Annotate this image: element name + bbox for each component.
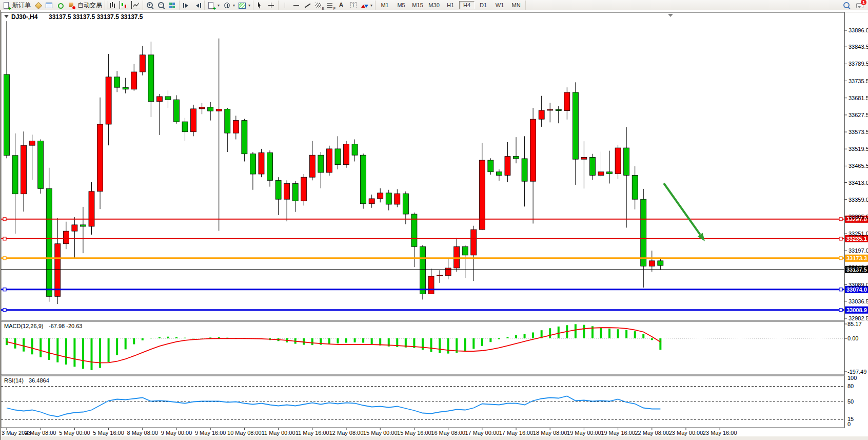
- toolbar-button-tile-windows[interactable]: [167, 1, 178, 10]
- toolbar-button-broadcast[interactable]: [55, 1, 66, 10]
- time-tick-label: 4 May 08:00: [25, 430, 56, 436]
- macd-bar: [600, 328, 602, 338]
- macd-bar: [328, 338, 330, 344]
- timeframe-m5[interactable]: M5: [393, 1, 409, 9]
- candle: [352, 144, 358, 155]
- macd-bar: [464, 338, 466, 351]
- rsi-axis-label: 80: [847, 383, 854, 389]
- line-handle[interactable]: [3, 257, 6, 260]
- macd-axis-label: 85.17: [847, 321, 862, 327]
- candle: [225, 109, 230, 133]
- terminal-icon: [45, 2, 53, 9]
- chart-line-icon: [131, 1, 140, 9]
- candle: [581, 157, 587, 159]
- timeframe-m1[interactable]: M1: [377, 1, 392, 9]
- toolbar-button-chart-candles[interactable]: [118, 1, 130, 10]
- timeframe-h4[interactable]: H4: [459, 1, 475, 9]
- macd-bar: [472, 338, 475, 349]
- toolbar-button-zoom-out[interactable]: [155, 1, 167, 10]
- toolbar-button-auto-trading[interactable]: 自动交易: [66, 1, 104, 10]
- candle: [4, 74, 10, 156]
- chart-bars-icon: [108, 1, 116, 9]
- line-handle[interactable]: [3, 309, 6, 312]
- macd-bar: [532, 332, 534, 338]
- toolbar-button-text[interactable]: [336, 1, 347, 10]
- candle: [131, 72, 137, 89]
- rsi-axis-label: 50: [847, 398, 854, 405]
- macd-bar: [489, 338, 491, 342]
- fibonacci-icon: [326, 2, 334, 9]
- line-handle[interactable]: [839, 257, 842, 260]
- line-handle[interactable]: [3, 218, 6, 221]
- candle: [165, 97, 171, 100]
- toolbar-button-chart-bars[interactable]: [106, 1, 118, 10]
- candle: [361, 155, 366, 204]
- toolbar-button-text-label[interactable]: [347, 1, 359, 10]
- time-tick-label: 19 May 16:00: [601, 430, 635, 436]
- toolbar-button-fibonacci[interactable]: [325, 1, 336, 10]
- timeframe-d1[interactable]: D1: [476, 1, 491, 9]
- timeframe-mn[interactable]: MN: [508, 1, 524, 9]
- rsi-axis-label: 100: [847, 375, 857, 381]
- line-handle[interactable]: [3, 237, 6, 240]
- candle: [250, 154, 255, 174]
- toolbar-button-label: 新订单: [12, 1, 31, 10]
- toolbar-button-terminal[interactable]: [44, 1, 55, 10]
- macd-bar: [201, 338, 203, 338]
- toolbar-button-indicators[interactable]: ▾: [236, 1, 252, 10]
- toolbar-button-crosshair[interactable]: [266, 1, 277, 10]
- toolbar-button-market-depth[interactable]: [32, 1, 44, 10]
- equidistant-channel-icon: [315, 2, 323, 9]
- toolbar-button-vertical-line[interactable]: [280, 1, 291, 10]
- line-handle[interactable]: [3, 288, 6, 291]
- time-tick-label: 23 May 16:00: [703, 430, 737, 436]
- toolbar-button-chart-shift[interactable]: [192, 1, 203, 10]
- toolbar-button-new-order[interactable]: 新订单: [1, 1, 32, 10]
- line-handle[interactable]: [839, 309, 842, 312]
- notifications-icon[interactable]: 1: [856, 2, 864, 9]
- search-icon[interactable]: [842, 2, 851, 9]
- window-bottom-strip: [1, 436, 868, 440]
- price-tick: 33305.0: [849, 214, 868, 220]
- timeframe-w1[interactable]: W1: [492, 1, 507, 9]
- line-handle[interactable]: [839, 237, 842, 240]
- candle: [488, 160, 494, 172]
- toolbar-button-trend-line[interactable]: [302, 1, 313, 10]
- timeframe-h1[interactable]: H1: [443, 1, 458, 9]
- toolbar-button-chart-line[interactable]: [130, 1, 142, 10]
- candle: [242, 121, 247, 154]
- toolbar-button-auto-scroll[interactable]: [181, 1, 192, 10]
- candle: [174, 100, 180, 122]
- candle: [29, 141, 35, 146]
- horizontal-line-icon: [292, 2, 301, 9]
- toolbar-button-cursor[interactable]: [254, 1, 266, 10]
- chart-background: [0, 10, 868, 440]
- macd-bar: [167, 337, 169, 338]
- timeframe-m30[interactable]: M30: [426, 1, 442, 9]
- candle: [318, 155, 324, 173]
- candle: [148, 55, 154, 102]
- candle: [394, 194, 400, 204]
- price-tick: 33519.5: [849, 146, 868, 152]
- candle: [386, 193, 391, 204]
- price-tick: 33789.5: [849, 61, 868, 67]
- candle: [598, 172, 604, 176]
- time-tick-label: 16 May 08:00: [431, 430, 465, 436]
- macd-bar: [422, 338, 424, 350]
- candle: [335, 149, 341, 165]
- line-handle[interactable]: [839, 218, 842, 221]
- toolbar-button-equidistant-channel[interactable]: [313, 1, 325, 10]
- candle: [556, 109, 561, 110]
- toolbar-button-arrows[interactable]: ▾: [359, 1, 374, 10]
- toolbar-button-horizontal-line[interactable]: [291, 1, 302, 10]
- timeframe-m15[interactable]: M15: [410, 1, 425, 9]
- line-handle[interactable]: [839, 288, 842, 291]
- candle: [106, 77, 111, 124]
- toolbar-button-profiles[interactable]: ▾: [221, 1, 236, 10]
- time-tick-label: 8 May 08:00: [127, 430, 159, 436]
- toolbar-button-new-chart[interactable]: ▾: [206, 1, 221, 10]
- profiles-icon: [223, 2, 231, 9]
- candle: [97, 124, 103, 192]
- toolbar-button-zoom-in[interactable]: [144, 1, 155, 10]
- macd-bar: [608, 329, 610, 338]
